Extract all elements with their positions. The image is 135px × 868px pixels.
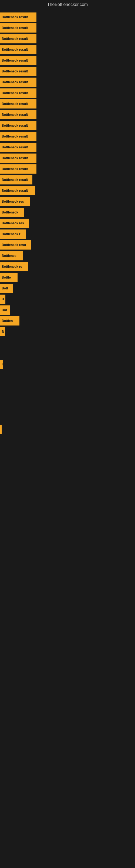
bottleneck-bar[interactable]: Bottlen: [0, 316, 19, 326]
bottleneck-bar[interactable]: B: [0, 360, 3, 369]
bar-row: Bottleneck: [0, 207, 135, 218]
bar-label: B: [2, 330, 4, 334]
bottleneck-bar[interactable]: Bottleneck result: [0, 34, 37, 43]
bar-label: Bottleneck result: [2, 37, 28, 41]
bottleneck-bar[interactable]: Bottleneck res: [0, 219, 29, 228]
bar-label: Bottleneck result: [2, 167, 28, 171]
bar-row: Bottleneck result: [0, 153, 135, 163]
bottleneck-bar[interactable]: Bottleneck result: [0, 132, 37, 141]
bar-label: Bottleneck result: [2, 102, 28, 106]
bar-label: Bottleneck result: [2, 59, 28, 62]
bar-label: Bottle: [2, 276, 11, 279]
bar-row: Bottleneck result: [0, 142, 135, 152]
bar-row: Bottleneck result: [0, 164, 135, 174]
bar-row: Bottleneck r: [0, 229, 135, 239]
bar-row: Bottleneck res: [0, 196, 135, 207]
bottleneck-bar[interactable]: Bottleneck result: [0, 45, 37, 54]
bar-row: Bottleneck result: [0, 120, 135, 131]
bottleneck-bar[interactable]: B: [0, 327, 5, 336]
bar-label: Bottleneck res: [2, 221, 24, 225]
bar-row: B: [0, 294, 135, 304]
bottleneck-bar[interactable]: Bottleneck result: [0, 88, 37, 98]
bottleneck-bar[interactable]: Bottleneck result: [0, 164, 37, 174]
bar-label: Bottleneck result: [2, 15, 28, 19]
bar-label: Bottlen: [2, 319, 13, 323]
bar-row: Bottleneck res: [0, 218, 135, 228]
bottleneck-bar[interactable]: Bottleneck result: [0, 186, 35, 195]
bar-row: Bottleneck result: [0, 23, 135, 33]
bottleneck-bar[interactable]: Bottleneck result: [0, 154, 37, 163]
bar-row: Bottleneck result: [0, 88, 135, 98]
bottleneck-bar[interactable]: Bottleneck result: [0, 121, 37, 130]
bar-label: Bottleneck result: [2, 91, 28, 95]
bar-row: [0, 392, 135, 402]
bar-row: [0, 348, 135, 359]
bottleneck-bar[interactable]: Bottleneck result: [0, 143, 37, 152]
bottleneck-bar[interactable]: Bottleneck result: [0, 175, 32, 184]
bottleneck-bar[interactable]: B: [0, 294, 5, 304]
bar-row: Bottleneck result: [0, 34, 135, 44]
bottleneck-bar[interactable]: Bottle: [0, 273, 17, 282]
bar-label: Bottleneck result: [2, 156, 28, 160]
bottleneck-bar[interactable]: Bottleneck res: [0, 197, 30, 206]
bars-container: Bottleneck resultBottleneck resultBottle…: [0, 9, 135, 438]
bottleneck-bar[interactable]: [0, 425, 2, 434]
bar-row: [0, 424, 135, 435]
bar-row: Bot: [0, 305, 135, 315]
bar-label: Bottleneck: [2, 211, 18, 214]
bar-label: Bott: [2, 286, 8, 290]
bar-label: Bottleneck result: [2, 134, 28, 138]
bar-row: Bottlenec: [0, 251, 135, 261]
bar-row: Bottleneck result: [0, 131, 135, 142]
bar-row: Bottle: [0, 272, 135, 283]
bottleneck-bar[interactable]: Bottleneck result: [0, 99, 37, 108]
bottleneck-bar[interactable]: Bott: [0, 284, 13, 293]
bar-label: Bottleneck r: [2, 232, 20, 236]
bottleneck-bar[interactable]: Bottleneck result: [0, 12, 37, 22]
bottleneck-bar[interactable]: Bottleneck r: [0, 229, 26, 239]
bottleneck-bar[interactable]: Bottleneck resu: [0, 240, 31, 250]
bar-row: Bottlen: [0, 316, 135, 326]
bar-row: [0, 403, 135, 413]
bar-row: Bottleneck result: [0, 110, 135, 120]
bar-row: Bottleneck result: [0, 12, 135, 22]
bar-label: B: [2, 297, 4, 301]
bar-row: [0, 370, 135, 380]
bar-label: Bottleneck result: [2, 145, 28, 149]
bar-row: [0, 381, 135, 391]
bar-row: Bottleneck result: [0, 44, 135, 55]
bar-label: Bottleneck result: [2, 113, 28, 117]
bottleneck-bar[interactable]: Bottleneck re: [0, 262, 28, 271]
bar-label: Bottleneck result: [2, 48, 28, 52]
bar-label: Bottleneck resu: [2, 243, 26, 247]
bar-row: [0, 413, 135, 424]
bottleneck-bar[interactable]: Bottleneck result: [0, 56, 37, 65]
bar-row: Bottleneck result: [0, 77, 135, 87]
bottleneck-bar[interactable]: Bottlenec: [0, 251, 23, 260]
bar-row: Bottleneck result: [0, 99, 135, 109]
bar-label: B: [2, 362, 3, 366]
bar-row: Bottleneck re: [0, 261, 135, 272]
bottleneck-bar[interactable]: Bot: [0, 305, 10, 315]
bar-label: Bottleneck result: [2, 178, 28, 182]
site-title: TheBottlenecker.com: [0, 0, 135, 9]
bar-label: Bottleneck result: [2, 69, 28, 73]
bar-label: Bottleneck result: [2, 124, 28, 127]
bar-label: Bottleneck res: [2, 199, 24, 204]
bottleneck-bar[interactable]: Bottleneck result: [0, 110, 37, 119]
bar-label: Bottlenec: [2, 254, 16, 258]
bar-row: B: [0, 327, 135, 337]
bottleneck-bar[interactable]: Bottleneck result: [0, 23, 37, 33]
bar-row: Bottleneck result: [0, 55, 135, 66]
bottleneck-bar[interactable]: Bottleneck result: [0, 67, 37, 76]
bar-row: B: [0, 359, 135, 369]
bar-label: Bottleneck result: [2, 26, 28, 30]
bar-label: Bot: [2, 308, 7, 312]
bar-row: Bottleneck resu: [0, 240, 135, 250]
bottleneck-bar[interactable]: Bottleneck result: [0, 78, 37, 87]
bar-row: Bottleneck result: [0, 66, 135, 76]
bottleneck-bar[interactable]: Bottleneck: [0, 208, 24, 217]
bar-label: Bottleneck result: [2, 189, 28, 193]
bar-row: Bottleneck result: [0, 175, 135, 185]
bar-label: Bottleneck re: [2, 265, 22, 269]
